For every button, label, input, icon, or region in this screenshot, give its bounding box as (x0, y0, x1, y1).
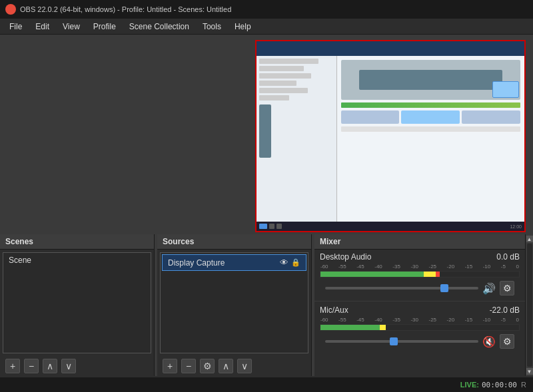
mixer-track-desktop: Desktop Audio 0.0 dB -60-55-45-40-35-30-… (314, 250, 525, 299)
sources-remove-button[interactable]: − (181, 359, 196, 373)
menu-edit[interactable]: Edit (29, 21, 56, 33)
mixer-track-mic: Mic/Aux -22.0 dB -60-55-45-40-35-30-25-2… (314, 303, 525, 353)
desktop-audio-name: Desktop Audio (320, 252, 371, 262)
titlebar: OBS 22.0.2 (64-bit, windows) - Profile: … (0, 0, 533, 19)
scenes-list: Scene (3, 252, 151, 353)
live-time: 00:00:00 (482, 381, 517, 389)
mic-aux-settings-button[interactable]: ⚙ (500, 334, 514, 349)
mixer-scrollbar-track[interactable] (527, 244, 532, 367)
sources-panel: Sources Display Capture 👁 🔒 + − ⚙ ∧ ∨ (157, 234, 312, 376)
source-item[interactable]: Display Capture 👁 🔒 (162, 254, 306, 271)
desktop-scale-labels: -60-55-45-40-35-30-25-20-15-10-50 (320, 264, 520, 270)
desktop-audio-header: Desktop Audio 0.0 dB (320, 252, 520, 262)
source-item-icons: 👁 🔒 (280, 258, 300, 268)
menu-scene-collection[interactable]: Scene Collection (123, 21, 196, 33)
mic-aux-mute-button[interactable]: 🔇 (482, 335, 496, 348)
mixer-header: Mixer (314, 234, 525, 250)
sources-settings-button[interactable]: ⚙ (200, 359, 215, 373)
sources-add-button[interactable]: + (163, 359, 177, 373)
menu-file[interactable]: File (3, 21, 29, 33)
desktop-audio-meter (320, 271, 520, 278)
sources-down-button[interactable]: ∨ (237, 359, 252, 373)
sources-list: Display Capture 👁 🔒 (160, 252, 308, 353)
mic-scale-labels: -60-55-45-40-35-30-25-20-15-10-50 (320, 317, 520, 323)
menu-help[interactable]: Help (228, 21, 258, 33)
scenes-header: Scenes (0, 234, 154, 250)
mixer-scroll-up[interactable]: ▲ (526, 236, 533, 242)
mic-aux-controls: 🔇 ⚙ (320, 333, 520, 351)
status-suffix: R (521, 381, 526, 389)
desktop-audio-settings-button[interactable]: ⚙ (500, 281, 514, 295)
live-label: LIVE: (460, 381, 479, 389)
mic-volume-thumb[interactable] (390, 337, 398, 345)
preview-area: 12:00 (0, 35, 533, 234)
title-text: OBS 22.0.2 (64-bit, windows) - Profile: … (20, 5, 231, 13)
mic-aux-header: Mic/Aux -22.0 dB (320, 305, 520, 315)
statusbar: LIVE: 00:00:00 R (0, 377, 533, 392)
menubar: File Edit View Profile Scene Collection … (0, 19, 533, 35)
menu-view[interactable]: View (56, 21, 87, 33)
scene-item[interactable]: Scene (3, 253, 151, 268)
scenes-add-button[interactable]: + (5, 359, 20, 373)
sources-up-button[interactable]: ∧ (219, 359, 233, 373)
desktop-volume-slider[interactable] (325, 287, 478, 290)
scenes-panel: Scenes Scene + − ∧ ∨ (0, 234, 155, 376)
scenes-remove-button[interactable]: − (24, 359, 39, 373)
capture-preview[interactable]: 12:00 (255, 40, 526, 232)
desktop-audio-mute-button[interactable]: 🔊 (482, 282, 496, 295)
mic-volume-slider[interactable] (325, 340, 478, 343)
mixer-panel: Mixer Desktop Audio 0.0 dB -60-55-45-40-… (314, 234, 533, 376)
desktop-audio-controls: 🔊 ⚙ (320, 280, 520, 298)
obs-icon (5, 4, 16, 15)
menu-tools[interactable]: Tools (196, 21, 228, 33)
desktop-audio-db: 0.0 dB (496, 252, 520, 262)
bottom-panels: Scenes Scene + − ∧ ∨ Sources Display Cap… (0, 234, 533, 376)
scenes-down-button[interactable]: ∨ (61, 359, 76, 373)
source-item-label: Display Capture (168, 258, 225, 268)
mic-aux-meter (320, 324, 520, 331)
sources-footer: + − ⚙ ∧ ∨ (157, 356, 311, 376)
mixer-scrollbar: ▲ ▼ (525, 234, 533, 376)
source-lock-icon[interactable]: 🔒 (291, 258, 300, 267)
sources-header: Sources (157, 234, 311, 250)
scenes-footer: + − ∧ ∨ (0, 356, 154, 376)
screen-content: 12:00 (257, 41, 524, 231)
desktop-volume-thumb[interactable] (440, 284, 448, 292)
source-visible-icon[interactable]: 👁 (280, 258, 288, 268)
mic-aux-name: Mic/Aux (320, 305, 348, 315)
scenes-up-button[interactable]: ∧ (43, 359, 57, 373)
mixer-track-divider (314, 301, 525, 301)
menu-profile[interactable]: Profile (87, 21, 123, 33)
mixer-scroll-down[interactable]: ▼ (526, 368, 533, 375)
mic-aux-db: -22.0 dB (490, 305, 520, 315)
